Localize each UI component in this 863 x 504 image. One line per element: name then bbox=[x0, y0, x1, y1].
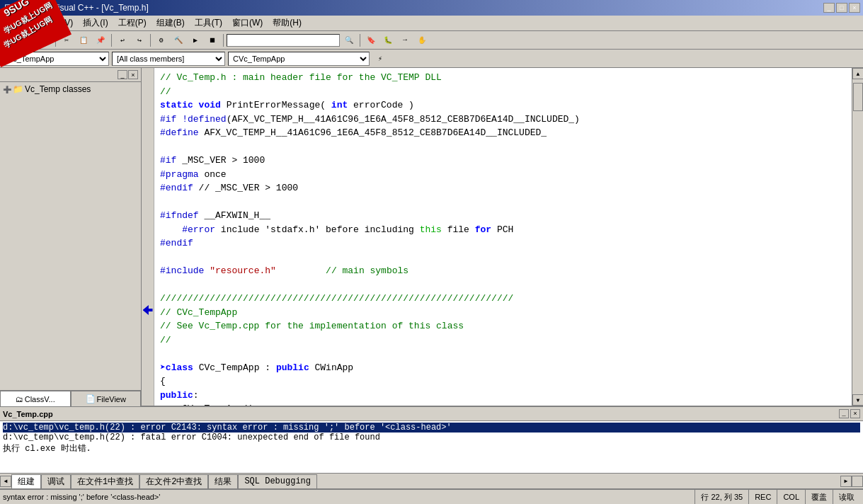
scroll-thumb[interactable] bbox=[853, 83, 863, 111]
class-nav-button[interactable]: ⚡ bbox=[372, 52, 388, 66]
menu-project[interactable]: 工程(P) bbox=[114, 16, 151, 30]
classview-tab[interactable]: 🗂 ClassV... bbox=[0, 391, 71, 406]
output-minimize-btn[interactable]: _ bbox=[839, 409, 849, 418]
bookmark-arrow bbox=[143, 305, 153, 315]
close-button[interactable]: × bbox=[849, 3, 860, 13]
title-text: Microsoft Visual C++ - [Vc_Temp.h] bbox=[16, 3, 149, 13]
vertical-scrollbar[interactable]: ▲ ▼ bbox=[852, 68, 863, 406]
status-col: COL bbox=[777, 489, 805, 504]
save-button[interactable]: 💾 bbox=[37, 33, 52, 47]
title-bar: 🖥 Microsoft Visual C++ - [Vc_Temp.h] _ □… bbox=[0, 0, 863, 16]
fileview-label: FileView bbox=[97, 395, 126, 403]
tree-icon: 📁 bbox=[13, 84, 23, 94]
error-line-2: d:\vc_temp\vc_temp.h(22) : fatal error C… bbox=[3, 433, 380, 442]
bottom-tab-bar: ◀ 组建 调试 在文件1中查找 在文件2中查找 结果 SQL Debugging… bbox=[0, 473, 863, 488]
sep-2 bbox=[111, 34, 112, 47]
main-area: _ × ➕ 📁 Vc_Temp classes 🗂 ClassV... 📄 Fi… bbox=[0, 68, 863, 406]
left-bookmark bbox=[142, 68, 154, 406]
status-readonly: 读取 bbox=[833, 489, 860, 504]
fileview-icon: 📄 bbox=[86, 394, 96, 403]
sep-4 bbox=[223, 34, 224, 47]
output-content: d:\vc_temp\vc_temp.h(22) : error C2143: … bbox=[0, 421, 863, 473]
tab-find2[interactable]: 在文件2中查找 bbox=[139, 474, 208, 488]
tree-expand-icon: ➕ bbox=[3, 86, 11, 93]
cut-button[interactable]: ✂ bbox=[59, 33, 74, 47]
tab-sql[interactable]: SQL Debugging bbox=[238, 474, 317, 488]
scroll-up-btn[interactable]: ▲ bbox=[852, 68, 863, 79]
scroll-left-btn[interactable]: ◀ bbox=[0, 476, 11, 487]
tree-label: Vc_Temp classes bbox=[25, 84, 91, 94]
status-rec: REC bbox=[748, 489, 777, 504]
code-area: // Vc_Temp.h : main header file for the … bbox=[142, 68, 863, 406]
paste-button[interactable]: 📌 bbox=[93, 33, 108, 47]
class-bar: Vc_TempApp [All class members] CVc_TempA… bbox=[0, 50, 863, 68]
run-button[interactable]: ▶ bbox=[188, 33, 203, 47]
status-message: syntax error : missing ';' before '<clas… bbox=[3, 493, 695, 501]
sidebar: _ × ➕ 📁 Vc_Temp classes 🗂 ClassV... 📄 Fi… bbox=[0, 68, 142, 406]
new-button[interactable]: 📄 bbox=[3, 33, 18, 47]
tab-results[interactable]: 结果 bbox=[208, 474, 238, 488]
step-button[interactable]: → bbox=[397, 33, 413, 47]
output-title: Vc_Temp.cpp bbox=[3, 410, 53, 418]
scroll-down-btn[interactable]: ▼ bbox=[852, 394, 863, 406]
tab-find1[interactable]: 在文件1中查找 bbox=[71, 474, 139, 488]
debug-button[interactable]: 🐛 bbox=[380, 33, 396, 47]
menu-insert[interactable]: 插入(I) bbox=[79, 16, 112, 30]
sidebar-header: _ × bbox=[0, 68, 141, 82]
scroll-corner bbox=[852, 476, 863, 487]
fileview-tab[interactable]: 📄 FileView bbox=[71, 391, 142, 406]
scroll-track[interactable] bbox=[852, 79, 863, 394]
sep-5 bbox=[360, 34, 360, 47]
sidebar-tabs: 🗂 ClassV... 📄 FileView bbox=[0, 390, 141, 406]
menu-view[interactable]: 查看(V) bbox=[40, 16, 77, 30]
minimize-button[interactable]: _ bbox=[823, 3, 835, 13]
sidebar-close-btn[interactable]: × bbox=[128, 70, 138, 79]
redo-button[interactable]: ↪ bbox=[132, 33, 147, 47]
menu-help[interactable]: 帮助(H) bbox=[268, 16, 306, 30]
error-line-3: 执行 cl.exe 时出错. bbox=[3, 444, 91, 454]
app-icon: 🖥 bbox=[3, 2, 13, 13]
bookmark-button[interactable]: 🔖 bbox=[363, 33, 379, 47]
sidebar-minimize-btn[interactable]: _ bbox=[118, 70, 127, 79]
classview-label: ClassV... bbox=[25, 395, 55, 403]
menu-tools[interactable]: 工具(T) bbox=[190, 16, 227, 30]
hand-button[interactable]: ✋ bbox=[414, 33, 430, 47]
copy-button[interactable]: 📋 bbox=[76, 33, 91, 47]
open-button[interactable]: 📂 bbox=[20, 33, 35, 47]
menu-bar: 文件(F) 查看(V) 插入(I) 工程(P) 组建(B) 工具(T) 窗口(W… bbox=[0, 16, 863, 31]
tab-debug[interactable]: 调试 bbox=[41, 474, 71, 488]
status-row-col: 行 22, 列 35 bbox=[695, 489, 748, 504]
code-content[interactable]: // Vc_Temp.h : main header file for the … bbox=[154, 68, 852, 406]
error-line-1[interactable]: d:\vc_temp\vc_temp.h(22) : error C2143: … bbox=[3, 423, 860, 433]
toolbar-1: 📄 📂 💾 ✂ 📋 📌 ↩ ↪ ⚙ 🔨 ▶ ⏹ 🔍 🔖 🐛 → ✋ bbox=[0, 31, 863, 50]
output-panel: Vc_Temp.cpp _ × d:\vc_temp\vc_temp.h(22)… bbox=[0, 406, 863, 473]
undo-button[interactable]: ↩ bbox=[115, 33, 130, 47]
sep-1 bbox=[55, 34, 56, 47]
sidebar-content: ➕ 📁 Vc_Temp classes bbox=[0, 82, 141, 390]
status-bar: syntax error : missing ';' before '<clas… bbox=[0, 488, 863, 504]
scroll-right-btn[interactable]: ▶ bbox=[840, 476, 852, 487]
class-selector[interactable]: Vc_TempApp bbox=[3, 52, 109, 66]
output-header: Vc_Temp.cpp _ × bbox=[0, 407, 863, 421]
search-input[interactable] bbox=[227, 34, 340, 47]
restore-button[interactable]: □ bbox=[836, 3, 847, 13]
status-right: 行 22, 列 35 REC COL 覆盖 读取 bbox=[695, 489, 860, 504]
stop-button[interactable]: ⏹ bbox=[205, 33, 220, 47]
compile-button[interactable]: ⚙ bbox=[154, 33, 169, 47]
menu-build[interactable]: 组建(B) bbox=[152, 16, 189, 30]
classview-icon: 🗂 bbox=[16, 395, 23, 403]
tab-build[interactable]: 组建 bbox=[11, 474, 41, 488]
method-selector[interactable]: CVc_TempApp bbox=[228, 52, 370, 66]
build-button[interactable]: 🔨 bbox=[171, 33, 186, 47]
code-editor[interactable]: // Vc_Temp.h : main header file for the … bbox=[154, 68, 852, 406]
sep-3 bbox=[150, 34, 151, 47]
output-close-btn[interactable]: × bbox=[850, 409, 860, 418]
menu-window[interactable]: 窗口(W) bbox=[228, 16, 267, 30]
find-button[interactable]: 🔍 bbox=[341, 33, 357, 47]
editor-wrapper: // Vc_Temp.h : main header file for the … bbox=[154, 68, 863, 406]
tree-item-root[interactable]: ➕ 📁 Vc_Temp classes bbox=[1, 84, 139, 95]
status-overlay: 覆盖 bbox=[805, 489, 833, 504]
menu-file[interactable]: 文件(F) bbox=[3, 16, 39, 30]
members-selector[interactable]: [All class members] bbox=[112, 52, 225, 66]
title-buttons: _ □ × bbox=[823, 3, 860, 13]
